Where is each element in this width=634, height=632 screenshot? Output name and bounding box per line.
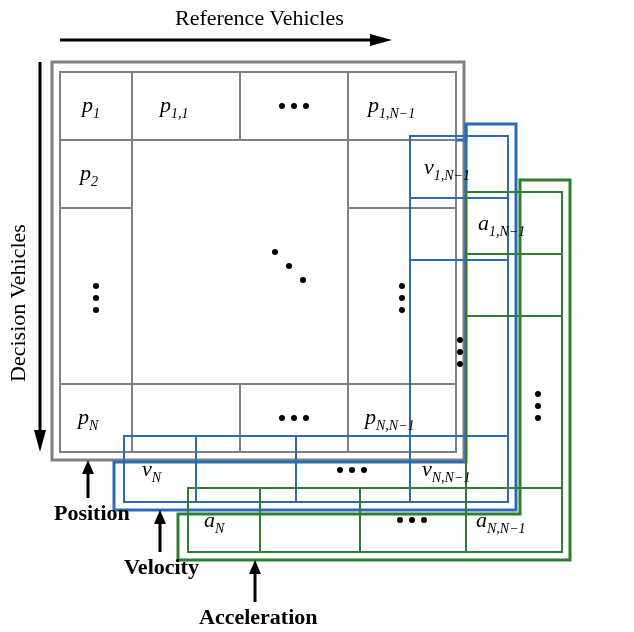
text-pNN: pN,N−1 bbox=[363, 404, 415, 433]
svg-point-33 bbox=[457, 361, 463, 367]
svg-rect-2 bbox=[52, 62, 464, 460]
svg-rect-10 bbox=[466, 316, 562, 488]
svg-point-38 bbox=[535, 403, 541, 409]
text-p11: p1,1 bbox=[158, 92, 189, 121]
svg-point-39 bbox=[535, 415, 541, 421]
text-pN: pN bbox=[76, 404, 99, 433]
arrowhead-up bbox=[249, 560, 261, 574]
svg-point-15 bbox=[303, 103, 309, 109]
cell-aN bbox=[188, 488, 260, 552]
svg-rect-11 bbox=[260, 488, 360, 552]
axis-decision-vehicles: Decision Vehicles bbox=[5, 62, 46, 452]
svg-rect-6 bbox=[410, 260, 508, 436]
svg-point-32 bbox=[457, 349, 463, 355]
svg-point-21 bbox=[93, 307, 99, 313]
matrix-diagram: Reference Vehicles Decision Vehicles bbox=[0, 0, 634, 632]
svg-point-14 bbox=[291, 103, 297, 109]
arrowhead-up bbox=[154, 510, 166, 524]
arrowhead-down bbox=[34, 430, 46, 452]
axis-label-reference: Reference Vehicles bbox=[175, 5, 344, 30]
axis-label-decision: Decision Vehicles bbox=[5, 224, 30, 382]
svg-point-23 bbox=[399, 295, 405, 301]
svg-point-29 bbox=[349, 467, 355, 473]
svg-point-37 bbox=[535, 391, 541, 397]
svg-rect-7 bbox=[196, 436, 296, 502]
svg-point-26 bbox=[286, 263, 292, 269]
text-p2: p2 bbox=[78, 160, 98, 189]
svg-point-25 bbox=[272, 249, 278, 255]
text-p1N: p1,N−1 bbox=[366, 92, 415, 121]
svg-point-19 bbox=[93, 283, 99, 289]
svg-rect-4 bbox=[132, 384, 240, 452]
svg-rect-9 bbox=[466, 254, 562, 316]
svg-point-20 bbox=[93, 295, 99, 301]
svg-point-18 bbox=[303, 415, 309, 421]
label-position: Position bbox=[54, 500, 130, 525]
text-p1: p1 bbox=[80, 92, 100, 121]
svg-point-30 bbox=[361, 467, 367, 473]
cell-vN bbox=[124, 436, 196, 502]
text-a1N: a1,N−1 bbox=[478, 210, 525, 239]
pointer-acceleration: Acceleration bbox=[199, 560, 318, 629]
arrowhead-up bbox=[82, 460, 94, 474]
svg-point-34 bbox=[397, 517, 403, 523]
position-layer bbox=[52, 62, 464, 460]
label-velocity: Velocity bbox=[124, 554, 199, 579]
svg-point-13 bbox=[279, 103, 285, 109]
svg-point-35 bbox=[409, 517, 415, 523]
svg-point-22 bbox=[399, 283, 405, 289]
cell-middle-block bbox=[132, 140, 456, 384]
svg-point-16 bbox=[279, 415, 285, 421]
pointer-position: Position bbox=[54, 460, 130, 525]
svg-point-27 bbox=[300, 277, 306, 283]
svg-point-28 bbox=[337, 467, 343, 473]
svg-point-36 bbox=[421, 517, 427, 523]
svg-point-24 bbox=[399, 307, 405, 313]
svg-point-31 bbox=[457, 337, 463, 343]
cell-texts: p1 p1,1 p1,N−1 p2 pN pN,N−1 v1,N−1 vN vN… bbox=[76, 92, 526, 536]
arrowhead-right bbox=[370, 34, 392, 46]
axis-reference-vehicles: Reference Vehicles bbox=[60, 5, 392, 46]
svg-point-17 bbox=[291, 415, 297, 421]
label-acceleration: Acceleration bbox=[199, 604, 318, 629]
